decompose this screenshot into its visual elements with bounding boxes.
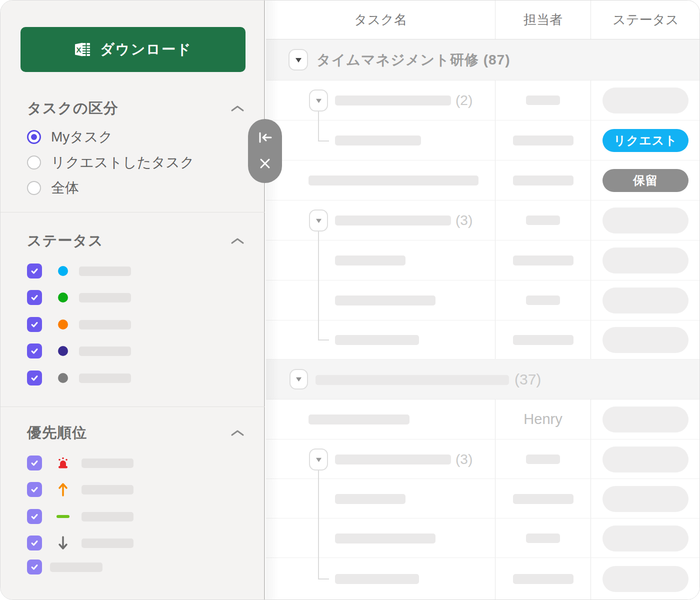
collapse-subgroup-button[interactable]: [309, 210, 328, 232]
svg-text:X: X: [76, 46, 82, 54]
radio-unselected-icon[interactable]: [27, 181, 41, 195]
status-filter-row: [27, 317, 131, 332]
checkbox-checked[interactable]: [27, 456, 42, 470]
group-count: (37): [514, 371, 541, 388]
triangle-down-icon: [316, 98, 322, 104]
group-title-placeholder: [316, 375, 509, 385]
radio-all-tasks-label: 全体: [51, 178, 79, 198]
status-dot-gray: [58, 373, 68, 383]
task-name-placeholder: [335, 136, 421, 146]
radio-unselected-icon[interactable]: [27, 156, 41, 170]
task-name-placeholder: [335, 216, 451, 226]
assignee-name: Henry: [496, 411, 590, 428]
task-row-subgroup[interactable]: (2): [266, 80, 700, 120]
task-row-subgroup[interactable]: (3): [266, 440, 700, 479]
assignee-placeholder: [526, 296, 560, 305]
radio-requested-tasks-label: リクエストしたタスク: [51, 153, 194, 172]
check-icon: [30, 458, 40, 468]
assignee-placeholder: [513, 335, 574, 345]
status-label-placeholder: [79, 346, 131, 356]
section-divider: [0, 212, 265, 212]
priority-label-placeholder: [82, 458, 134, 468]
group-row[interactable]: (37): [266, 360, 700, 400]
task-row[interactable]: [266, 558, 700, 600]
status-filter-row: [27, 370, 131, 386]
download-button[interactable]: X ダウンロード: [20, 27, 246, 72]
tree-connector-line: [318, 470, 319, 580]
chevron-up-icon[interactable]: [230, 104, 245, 112]
collapse-subgroup-button[interactable]: [309, 90, 328, 112]
subtask-count: (3): [456, 440, 472, 480]
assignee-placeholder: [513, 256, 574, 266]
tree-connector-line: [318, 112, 319, 142]
priority-filter-row: [27, 482, 134, 497]
collapse-group-button[interactable]: [290, 369, 308, 390]
check-icon: [30, 512, 40, 522]
tree-connector-elbow: [318, 140, 329, 142]
task-row[interactable]: 保留: [266, 160, 700, 200]
radio-requested-tasks[interactable]: リクエストしたタスク: [27, 154, 194, 172]
status-placeholder: [602, 248, 688, 274]
status-placeholder: [602, 406, 688, 432]
column-header-task-name: タスク名: [266, 0, 496, 39]
task-row[interactable]: [266, 479, 700, 518]
excel-icon: X: [74, 41, 92, 58]
assignee-placeholder: [513, 136, 574, 146]
tree-connector-line: [318, 232, 319, 340]
task-name-placeholder: [335, 335, 419, 345]
status-placeholder: [602, 566, 688, 592]
group-row-time-management[interactable]: タイムマネジメント研修 (87): [266, 40, 700, 80]
checkbox-checked[interactable]: [27, 482, 42, 497]
task-row[interactable]: [266, 280, 700, 320]
priority-filter-row: [27, 536, 134, 550]
check-icon: [30, 484, 40, 494]
checkbox-checked[interactable]: [27, 290, 42, 305]
check-icon: [30, 320, 40, 330]
status-placeholder: [602, 208, 688, 234]
assignee-placeholder: [513, 494, 574, 504]
checkbox-checked[interactable]: [27, 317, 42, 332]
status-dot-orange: [58, 320, 68, 330]
check-icon: [30, 538, 40, 548]
priority-filter-row: [27, 509, 134, 524]
arrow-down-icon: [58, 535, 68, 551]
checkbox-checked[interactable]: [27, 370, 42, 386]
task-name-placeholder: [335, 574, 419, 584]
subtask-count: (3): [456, 200, 472, 240]
checkbox-checked[interactable]: [27, 264, 42, 278]
task-row-subgroup[interactable]: (3): [266, 200, 700, 240]
radio-selected-icon[interactable]: [27, 130, 41, 144]
task-row[interactable]: リクエスト: [266, 120, 700, 160]
chevron-up-icon[interactable]: [230, 237, 245, 245]
priority-section-header: 優先順位: [27, 423, 245, 443]
priority-title: 優先順位: [27, 423, 87, 443]
collapse-group-button[interactable]: [288, 49, 308, 70]
task-row[interactable]: [266, 518, 700, 558]
task-name-placeholder: [335, 96, 451, 106]
status-filter-row: [27, 344, 131, 358]
checkbox-checked[interactable]: [27, 509, 42, 524]
checkbox-checked[interactable]: [27, 344, 42, 358]
collapse-subgroup-button[interactable]: [309, 448, 328, 470]
priority-filter-row: [27, 456, 134, 470]
status-badge-request: リクエスト: [602, 129, 688, 152]
section-divider: [0, 406, 265, 407]
triangle-down-icon: [295, 57, 302, 63]
status-filter-row: [27, 290, 131, 305]
collapse-left-icon[interactable]: [256, 130, 274, 146]
radio-all-tasks[interactable]: 全体: [27, 179, 79, 197]
checkbox-checked[interactable]: [27, 536, 42, 550]
task-row[interactable]: Henry: [266, 400, 700, 440]
task-row[interactable]: [266, 240, 700, 280]
checkbox-checked[interactable]: [27, 560, 42, 574]
group-title: タイムマネジメント研修 (87): [316, 50, 510, 70]
triangle-down-icon: [316, 218, 322, 224]
task-row[interactable]: [266, 320, 700, 360]
close-icon[interactable]: [258, 156, 272, 172]
status-label-placeholder: [79, 293, 131, 302]
subtask-count: (2): [456, 80, 472, 120]
radio-my-tasks[interactable]: Myタスク: [27, 128, 112, 146]
task-name-placeholder: [308, 414, 410, 424]
status-filter-row: [27, 264, 131, 278]
chevron-up-icon[interactable]: [230, 429, 245, 437]
